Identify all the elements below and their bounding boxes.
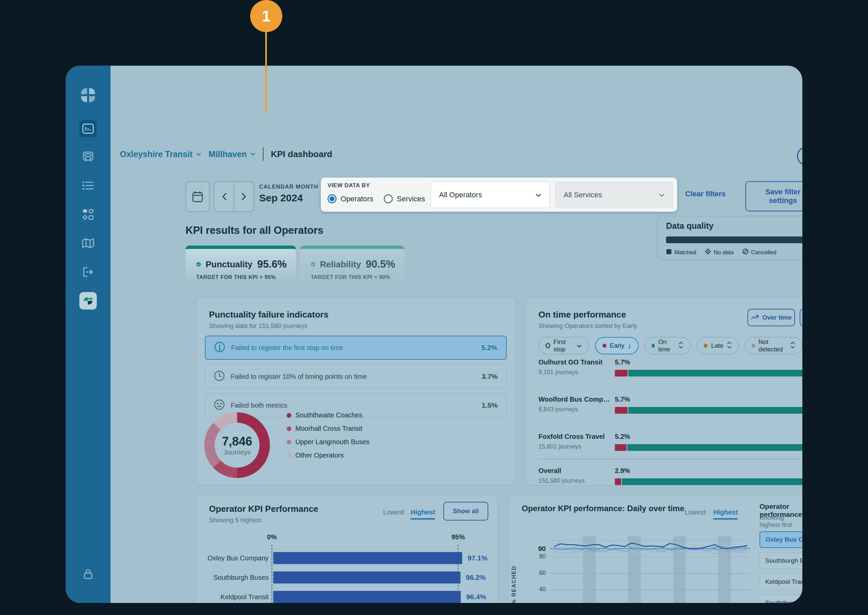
failure-panel-subtitle: Showing data for 151,580 journeys: [209, 322, 307, 329]
daily-lowest-toggle[interactable]: Lowest: [684, 509, 706, 516]
ontime-divider: [539, 459, 803, 460]
pill-label: On time: [658, 338, 675, 353]
operator-button[interactable]: Oxley Bus Company: [759, 531, 803, 548]
kpibar-highest-toggle[interactable]: Highest: [411, 509, 435, 520]
services-dropdown[interactable]: All Services: [555, 182, 673, 208]
sidebar-item-vehicles[interactable]: [79, 148, 97, 165]
kpibar-bar[interactable]: [273, 552, 462, 564]
clear-filters-link[interactable]: Clear filters: [685, 190, 726, 198]
daily-highest-toggle[interactable]: Highest: [713, 509, 738, 520]
kpibar-bar[interactable]: [273, 591, 461, 603]
daily-chart-yticks: 02040608090: [521, 536, 546, 603]
data-quality-legend-item: No data: [705, 248, 734, 256]
kpi-section-title: KPI results for all Operators: [185, 225, 324, 236]
shapes-icon: [83, 209, 94, 220]
bar-segment-on-time: [622, 478, 803, 485]
data-quality-title: Data quality: [666, 221, 714, 231]
kpibar-value-label: 97.1%: [468, 554, 488, 562]
y-tick-label: 20: [539, 603, 546, 603]
over-time-button[interactable]: Over time: [748, 309, 795, 326]
first-stop-circle-icon: [545, 343, 550, 348]
calendar-month-value: Sep 2024: [259, 192, 303, 204]
chevron-down-icon: [250, 152, 256, 156]
failure-indicator-row[interactable]: Failed to register 10% of timing points …: [205, 364, 506, 389]
tab-reliability-target: TARGET FOR THIS KPI = 90%: [311, 274, 390, 280]
y-tick-label: 60: [539, 570, 546, 576]
ontime-operator-name: Woolford Bus Comp…: [539, 396, 803, 403]
donut-center-label: Journeys: [223, 448, 251, 456]
kpibar-lowest-toggle[interactable]: Lowest: [383, 509, 404, 516]
status-dot: [602, 344, 606, 348]
ontime-operator-row: Woolford Bus Comp…8,843 journeys5.7%: [539, 396, 803, 413]
failure-panel-title: Punctuality failure indicators: [209, 309, 329, 320]
breadcrumb-region[interactable]: Millhaven: [209, 150, 256, 159]
next-month-button[interactable]: [234, 181, 254, 212]
pill-label: First stop: [553, 338, 573, 353]
failure-donut-chart: 7,846 Journeys: [204, 412, 270, 478]
pill-label: Early: [610, 342, 624, 350]
failure-indicator-row[interactable]: Failed to register the first stop on tim…: [205, 336, 506, 360]
kpibar-row: Southburgh Buses96.2%: [196, 568, 498, 587]
kpibar-row: Keldpool Transit96.4%: [196, 587, 498, 603]
sidebar-item-app-badge[interactable]: [79, 292, 97, 309]
operator-performance-list: Oxley Bus CompanySouthburgh BusesKeldpoo…: [759, 531, 803, 603]
services-dropdown-value: All Services: [564, 190, 602, 199]
operator-button[interactable]: Keldpool Transit: [759, 573, 803, 590]
operator-performance-subtitle: Showing highest first: [759, 514, 803, 529]
operators-dropdown[interactable]: All Operators: [431, 182, 550, 208]
line-oxley-bus-company: [554, 543, 747, 549]
daily-chart-plot: [550, 536, 750, 603]
app-logo: [79, 86, 97, 104]
bar-segment-early: [615, 444, 626, 451]
pill-not-detected[interactable]: Not detected: [745, 337, 803, 354]
failure-indicator-value: 1.5%: [482, 401, 498, 409]
kpibar-bar[interactable]: [273, 571, 460, 584]
sort-arrows-icon: [790, 341, 795, 350]
ontime-early-pct: 5.7%: [615, 396, 630, 403]
help-button[interactable]: ?: [797, 147, 803, 165]
map-icon: [82, 238, 94, 248]
pill-on-time[interactable]: On time: [645, 337, 690, 354]
check-circle-icon: [311, 259, 315, 270]
calendar-button[interactable]: [185, 181, 210, 212]
sad-icon: [214, 399, 225, 411]
breadcrumb-org-label: Oxleyshire Transit: [120, 150, 193, 159]
radio-operators[interactable]: Operators: [327, 194, 373, 203]
breadcrumb-org[interactable]: Oxleyshire Transit: [120, 150, 201, 159]
ontime-show-all-button[interactable]: Show all: [800, 309, 803, 326]
donut-legend-item: Upper Langmouth Buses: [287, 438, 369, 446]
operator-button-label: Southburgh Buses: [765, 557, 803, 564]
sidebar-item-apps[interactable]: [79, 206, 97, 223]
kpibar-show-all-button[interactable]: Show all: [443, 502, 488, 521]
view-data-by-panel: VIEW DATA BY Operators Services All Oper…: [321, 178, 677, 212]
sidebar-item-map[interactable]: [79, 234, 97, 252]
sidebar-item-lock[interactable]: [79, 565, 97, 583]
operator-button[interactable]: Southburgh Buses: [759, 553, 803, 569]
donut-legend: Souththwaite CoachesMoorhall Cross Trans…: [287, 411, 369, 459]
ontime-early-pct: 2.9%: [615, 467, 630, 475]
status-dot: [752, 344, 755, 348]
radio-services[interactable]: Services: [384, 194, 425, 203]
donut-legend-item: Souththwaite Coaches: [287, 411, 369, 419]
pill-early[interactable]: Early↓: [595, 337, 639, 354]
check-circle-icon: [196, 259, 201, 270]
tab-reliability[interactable]: Reliability 90.5% TARGET FOR THIS KPI = …: [300, 245, 405, 283]
chevron-down-icon: [196, 152, 201, 156]
save-filter-settings-button[interactable]: Save filter settings: [745, 181, 803, 211]
ontime-stacked-bar: [615, 478, 803, 485]
pill-first-stop[interactable]: First stop: [539, 337, 589, 354]
sidebar-item-dashboard[interactable]: [79, 120, 97, 137]
ontime-operator-row: Foxfold Cross Travel15,801 journeys5.2%: [539, 433, 803, 450]
pill-late[interactable]: Late: [697, 337, 739, 354]
alert-icon: [214, 342, 225, 354]
radio-unselected-icon: [384, 194, 393, 203]
kpibar-0pct-tick: 0%: [259, 533, 285, 541]
sidebar-item-list[interactable]: [79, 177, 97, 194]
legend-dot: [287, 413, 291, 418]
tab-punctuality[interactable]: Punctuality 95.6% TARGET FOR THIS KPI = …: [185, 245, 296, 283]
page-title: KPI dashboard: [271, 149, 332, 159]
tab-punctuality-label: Punctuality: [206, 259, 252, 270]
previous-month-button[interactable]: [213, 181, 234, 212]
operator-button[interactable]: Souththwaite Coaches: [759, 595, 803, 603]
sidebar-item-logout[interactable]: [79, 263, 97, 281]
